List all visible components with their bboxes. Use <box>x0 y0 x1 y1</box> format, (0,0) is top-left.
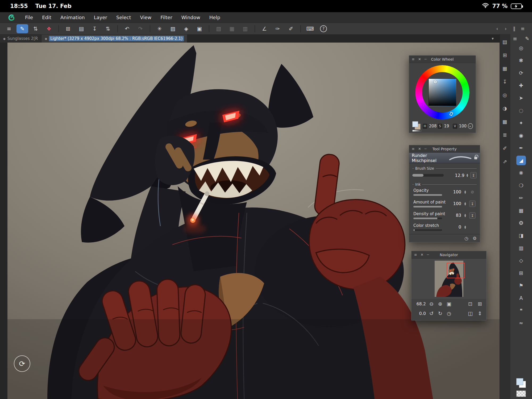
tool-ruler-icon[interactable]: ⚑ <box>516 281 526 290</box>
undo-icon[interactable]: ↶ <box>121 24 133 33</box>
wrench-settings-icon[interactable]: ⚙ <box>473 236 477 241</box>
property-slider[interactable] <box>413 206 442 207</box>
register-default-icon[interactable]: ↧ <box>469 212 476 219</box>
brush-size-slider[interactable] <box>412 174 444 177</box>
fit-to-screen-icon[interactable]: ⊡ <box>467 301 473 307</box>
navigator-preview[interactable] <box>412 259 486 299</box>
split-view-icon[interactable]: ∥ <box>510 24 518 33</box>
document-tab[interactable]: ●Sunglasses 2[R <box>0 35 41 43</box>
panel-timeline-icon[interactable]: ▦ <box>500 64 509 72</box>
panel-blend-icon[interactable]: ◑ <box>500 104 509 112</box>
keyboard-icon[interactable]: ⌨ <box>304 24 316 33</box>
tool-list-menu-icon[interactable]: ≡ <box>510 34 520 43</box>
tool-operation-icon[interactable]: ➤ <box>516 93 526 103</box>
clear-selection-icon[interactable]: ◈ <box>180 24 192 33</box>
collapse-left-icon[interactable]: ‹ <box>493 24 501 33</box>
tool-move-icon[interactable]: ✚ <box>516 81 526 90</box>
current-color-swatch[interactable] <box>412 121 418 127</box>
menu-view[interactable]: View <box>140 15 151 20</box>
panel-close-icon[interactable]: ✕ <box>418 147 421 151</box>
panel-menu-icon[interactable]: ≡ <box>414 253 417 256</box>
panel-menu-icon[interactable]: ≡ <box>412 147 415 151</box>
snap-special-ruler-icon[interactable]: ✑ <box>272 24 284 33</box>
color-wheel[interactable] <box>415 65 469 119</box>
color-mode-icon[interactable]: ▸ <box>468 123 473 129</box>
rotate-left-icon[interactable]: ↺ <box>428 310 435 316</box>
property-value[interactable]: 0 <box>459 225 461 230</box>
color-wheel-swatches[interactable] <box>412 121 421 131</box>
spinner-icon[interactable]: ▲▼ <box>464 214 466 217</box>
snap-guide-icon[interactable]: ✐ <box>285 24 297 33</box>
transparent-color-swatch[interactable] <box>516 390 526 397</box>
tool-edit-icon[interactable]: ✎ <box>522 34 532 43</box>
reset-all-settings-icon[interactable]: ◷ <box>464 236 468 241</box>
menu-help[interactable]: Help <box>209 15 220 20</box>
toggle-effect-icon[interactable]: ⊘ <box>469 189 476 195</box>
tool-pen-icon[interactable]: ✒ <box>516 143 526 153</box>
menu-edit[interactable]: Edit <box>42 15 51 20</box>
current-subtool-row[interactable]: Runder Mischpinsel <box>409 153 480 163</box>
zoom-value[interactable]: 68.2 <box>415 301 426 306</box>
panel-layer-list-icon[interactable]: ≣ <box>500 131 509 139</box>
property-slider[interactable] <box>413 218 442 219</box>
tool-tone-icon[interactable]: ▦ <box>516 206 526 215</box>
lock-icon[interactable] <box>474 157 477 159</box>
panel-share-icon[interactable]: ⇗ <box>500 157 509 165</box>
color-wheel-titlebar[interactable]: ≡ ✕ ─ Color Wheel <box>409 56 476 63</box>
panel-layer-property-icon[interactable]: ▤ <box>500 38 509 46</box>
menu-file[interactable]: File <box>25 15 33 20</box>
zoom-out-icon[interactable]: ⊖ <box>428 301 435 307</box>
document-tab[interactable]: ●Lighter* (3279 x 4902px 300dpi 68.2% : … <box>41 35 187 43</box>
new-canvas-icon[interactable]: ⊞ <box>62 24 74 33</box>
panel-search-icon[interactable]: ◎ <box>500 91 509 99</box>
tool-liquify-icon[interactable]: ❂ <box>516 218 526 228</box>
menu-animation[interactable]: Animation <box>60 15 85 20</box>
menu-filter[interactable]: Filter <box>160 15 172 20</box>
menu-layer[interactable]: Layer <box>94 15 107 20</box>
rotation-value[interactable]: 0.0 <box>415 311 426 316</box>
spinner-icon[interactable]: ▲▼ <box>464 225 466 229</box>
rotate-right-icon[interactable]: ↻ <box>437 310 443 316</box>
tool-eyedropper-icon[interactable]: ◉ <box>516 131 526 140</box>
spinner-icon[interactable]: ▲▼ <box>464 202 466 206</box>
tool-switch-icon[interactable]: ⇅ <box>30 24 41 33</box>
tool-fill-icon[interactable]: ◨ <box>516 231 526 240</box>
view-area-rectangle[interactable] <box>447 263 465 278</box>
panel-menu-icon[interactable]: ≡ <box>412 57 415 61</box>
toolbar-menu-icon[interactable]: ≡ <box>519 24 527 33</box>
saturation-value-square[interactable] <box>429 78 456 106</box>
sv-marker[interactable] <box>434 80 437 83</box>
tool-auto-select-icon[interactable]: ✦ <box>516 118 526 128</box>
tool-figure-icon[interactable]: ◇ <box>516 256 526 265</box>
panel-ruler-icon[interactable]: ✐ <box>500 144 509 152</box>
tool-decoration-icon[interactable]: ❋ <box>516 168 526 178</box>
spinner-icon[interactable]: ▲▼ <box>464 190 466 194</box>
navigator-titlebar[interactable]: ≡ ✕ ─ Navigator <box>412 251 486 259</box>
panel-import-icon[interactable]: ↧ <box>500 78 509 86</box>
selection-rect-icon[interactable]: ▧ <box>213 24 225 33</box>
collapse-right-icon[interactable]: › <box>502 24 510 33</box>
register-default-icon[interactable]: ↧ <box>469 201 476 207</box>
panel-close-icon[interactable]: ✕ <box>418 57 421 61</box>
tool-zoom-icon[interactable]: ◎ <box>516 43 526 53</box>
tool-gradient-icon[interactable]: ▥ <box>516 243 526 253</box>
panel-minimize-icon[interactable]: ─ <box>427 253 429 256</box>
register-default-icon[interactable]: ↧ <box>470 172 477 178</box>
tool-balloon-icon[interactable]: ❝ <box>516 306 526 315</box>
panel-close-icon[interactable]: ✕ <box>421 253 423 256</box>
property-slider[interactable] <box>413 229 442 231</box>
property-value[interactable]: 83 <box>456 213 461 218</box>
menu-select[interactable]: Select <box>116 15 131 20</box>
main-menu-icon[interactable]: ≡ <box>3 24 15 33</box>
app-logo-icon[interactable] <box>7 14 15 22</box>
reset-view-button[interactable]: ⟳ <box>14 355 30 372</box>
reset-rotation-icon[interactable]: ◷ <box>446 310 452 316</box>
tool-frame-icon[interactable]: ⊞ <box>516 268 526 278</box>
tool-line-correct-icon[interactable]: ≈ <box>516 318 526 328</box>
invert-selection-icon[interactable]: ▨ <box>167 24 179 33</box>
menu-window[interactable]: Window <box>181 15 200 20</box>
property-value[interactable]: 100 <box>453 189 461 194</box>
tool-text-icon[interactable]: A <box>516 293 526 303</box>
save-export-icon[interactable]: ↧ <box>89 24 101 33</box>
panel-minimize-icon[interactable]: ─ <box>425 57 427 61</box>
